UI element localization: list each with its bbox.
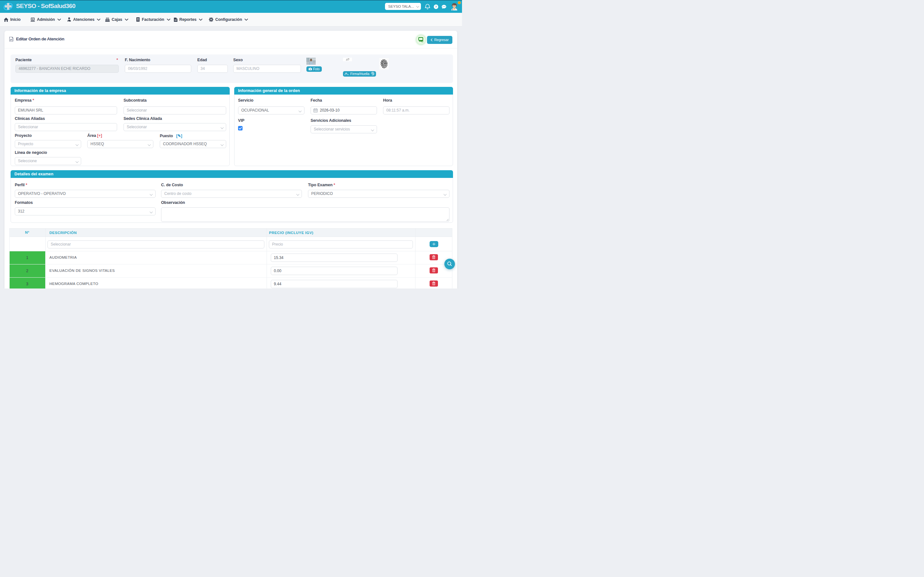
svg-text:?: ? <box>435 5 437 8</box>
